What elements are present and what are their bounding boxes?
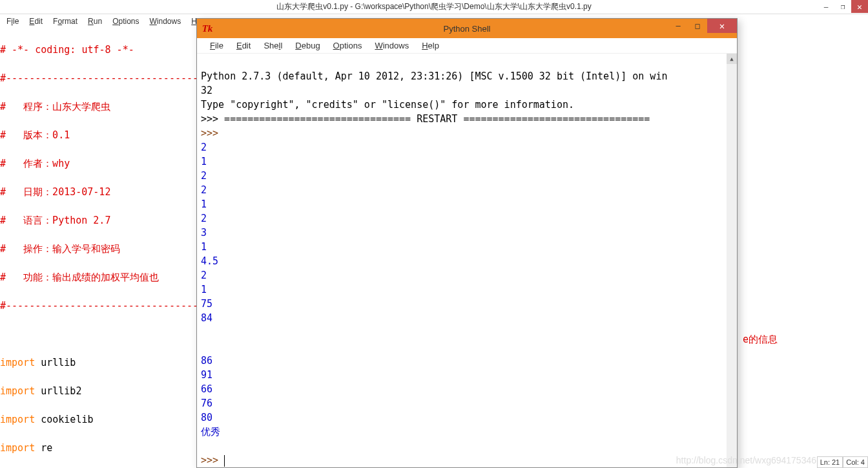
main-window-title: 山东大学爬虫v0.1.py - G:\workspace\Python\爬虫学习… (276, 1, 591, 12)
shell-title: Python Shell (444, 24, 491, 34)
minimize-button[interactable]: — (818, 0, 834, 13)
shell-window: Tk Python Shell — □ ✕ File Edit Shell De… (196, 18, 738, 468)
tk-icon: Tk (201, 22, 214, 35)
menu-format[interactable]: Format (48, 17, 83, 26)
status-line: Ln: 21 (817, 456, 843, 468)
menu-options[interactable]: Options (107, 17, 144, 26)
main-window-controls: — ❐ ✕ (818, 0, 868, 13)
shell-menu-help[interactable]: Help (415, 41, 446, 50)
statusbar: Ln: 21 Col: 4 (817, 456, 868, 468)
shell-menu-windows[interactable]: Windows (368, 41, 415, 50)
status-col: Col: 4 (843, 456, 868, 468)
shell-titlebar[interactable]: Tk Python Shell — □ ✕ (197, 19, 737, 38)
shell-menu-file[interactable]: File (203, 41, 230, 50)
menu-file[interactable]: File (1, 17, 24, 26)
shell-menu-edit[interactable]: Edit (230, 41, 257, 50)
shell-scrollbar[interactable]: ▲ (727, 54, 737, 467)
shell-controls: — □ ✕ (668, 19, 737, 33)
shell-menu-shell[interactable]: Shell (257, 41, 289, 50)
shell-output[interactable]: Python 2.7.3 (default, Apr 10 2012, 23:3… (197, 54, 737, 467)
shell-menu-options[interactable]: Options (327, 41, 369, 50)
clipped-text: e的信息 (743, 334, 778, 346)
menu-edit[interactable]: Edit (24, 17, 48, 26)
maximize-button[interactable]: ❐ (834, 0, 851, 13)
shell-minimize-button[interactable]: — (668, 19, 688, 33)
shell-menu-debug[interactable]: Debug (289, 41, 326, 50)
scroll-up-icon[interactable]: ▲ (727, 54, 737, 64)
menu-run[interactable]: Run (83, 17, 107, 26)
main-titlebar: 山东大学爬虫v0.1.py - G:\workspace\Python\爬虫学习… (0, 0, 868, 14)
shell-maximize-button[interactable]: □ (688, 19, 707, 33)
menu-windows[interactable]: Windows (145, 17, 187, 26)
close-button[interactable]: ✕ (851, 0, 868, 13)
watermark: http://blog.csdn.net/wxg694175346 (676, 455, 816, 465)
shell-menubar: File Edit Shell Debug Options Windows He… (197, 38, 737, 54)
cursor (224, 455, 225, 467)
shell-close-button[interactable]: ✕ (707, 19, 737, 33)
